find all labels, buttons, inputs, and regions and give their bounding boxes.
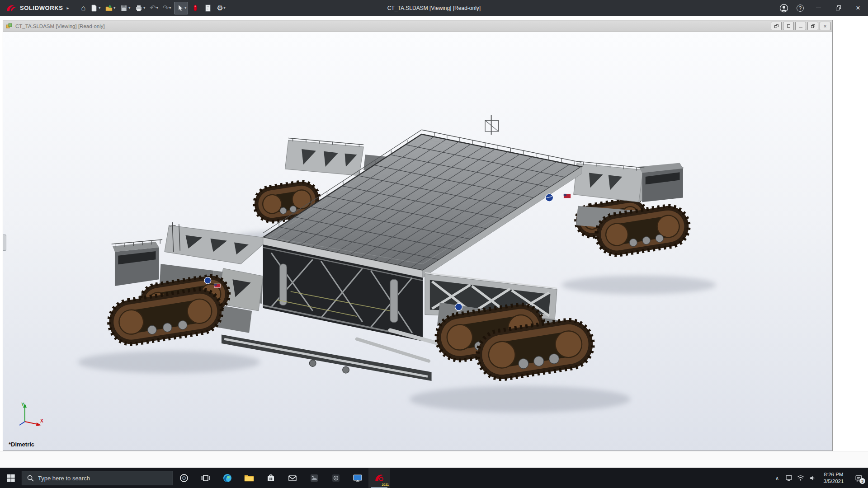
select-tool-button[interactable]: ▾ <box>174 2 188 14</box>
save-button[interactable]: ▾ <box>118 2 132 14</box>
crawler-3d-model <box>3 32 832 450</box>
search-icon <box>27 474 34 482</box>
dassault-logo-icon <box>5 4 17 13</box>
taskbar-search[interactable] <box>22 471 173 485</box>
open-button[interactable]: ▾ <box>104 2 117 14</box>
clock-date: 3/5/2021 <box>818 478 849 485</box>
doc-restore-button[interactable] <box>807 22 818 30</box>
action-center-button[interactable]: 3 <box>849 468 868 488</box>
file-properties-icon <box>204 4 212 12</box>
print-icon <box>135 4 143 12</box>
network-icon <box>785 474 793 482</box>
select-dropdown-arrow-icon: ▾ <box>184 6 186 10</box>
save-dropdown-arrow-icon: ▾ <box>128 6 130 10</box>
new-dropdown-arrow-icon: ▾ <box>99 6 100 10</box>
rebuild-icon <box>191 4 199 12</box>
display-app-button[interactable] <box>347 468 368 488</box>
undo-dropdown-arrow-icon: ▾ <box>156 6 158 10</box>
rebuild-button[interactable] <box>190 2 201 14</box>
restore-icon <box>836 5 841 10</box>
doc-tile-button[interactable] <box>783 22 794 30</box>
photos-button[interactable] <box>303 468 325 488</box>
axis-x-label: X <box>40 418 43 423</box>
doc-restore-icon <box>811 24 815 28</box>
notification-badge: 3 <box>859 478 865 484</box>
graphics-viewport[interactable]: Y X *Dimetric <box>3 32 832 450</box>
redo-dropdown-arrow-icon: ▾ <box>169 6 171 10</box>
edge-icon <box>222 473 233 483</box>
new-document-button[interactable]: ▾ <box>89 2 102 14</box>
close-button[interactable]: × <box>848 0 868 16</box>
mail-icon <box>287 473 298 483</box>
print-button[interactable]: ▾ <box>133 2 146 14</box>
mail-button[interactable] <box>282 468 303 488</box>
undo-button[interactable]: ↶▾ <box>148 2 159 14</box>
camera-icon <box>330 473 341 483</box>
status-bar <box>0 451 868 468</box>
doc-close-button[interactable]: × <box>820 22 830 30</box>
titlebar-controls: ? × <box>776 0 868 16</box>
open-dropdown-arrow-icon: ▾ <box>113 6 115 10</box>
options-button[interactable]: ⚙▾ <box>215 2 226 14</box>
store-button[interactable] <box>260 468 282 488</box>
minimize-button[interactable] <box>808 0 828 16</box>
new-document-icon <box>90 4 98 12</box>
volume-tray-button[interactable] <box>807 468 818 488</box>
options-dropdown-arrow-icon: ▾ <box>224 6 226 10</box>
brand-wordmark: SOLIDWORKS <box>20 5 63 11</box>
document-title: CT_TA.SLDASM [Viewing] [Read-only] <box>15 23 105 29</box>
close-icon: × <box>856 5 860 12</box>
cortana-icon <box>179 473 189 483</box>
orientation-triad: Y X <box>15 402 44 430</box>
quick-access-toolbar: ⌂ ▾ ▾ ▾ <box>80 2 227 14</box>
network-tray-button[interactable] <box>783 468 795 488</box>
assembly-document-icon <box>6 23 13 29</box>
cortana-button[interactable] <box>173 468 195 488</box>
panel-splitter-tab[interactable] <box>3 235 6 251</box>
edge-button[interactable] <box>217 468 238 488</box>
save-icon <box>120 4 128 12</box>
tray-expand-button[interactable]: ∧ <box>771 468 783 488</box>
wifi-icon <box>797 474 805 482</box>
task-view-icon <box>200 473 211 483</box>
redo-icon: ↷ <box>163 4 169 12</box>
help-icon: ? <box>797 5 804 12</box>
brand-flyout-arrow-icon: ▸ <box>67 5 69 10</box>
camera-button[interactable] <box>325 468 347 488</box>
document-window-controls: × <box>771 22 830 30</box>
task-view-button[interactable] <box>195 468 217 488</box>
help-button[interactable]: ? <box>792 0 808 16</box>
doc-cascade-button[interactable] <box>771 22 782 30</box>
file-explorer-button[interactable] <box>238 468 260 488</box>
open-folder-icon <box>105 4 113 12</box>
clock-time: 8:26 PM <box>818 471 849 478</box>
user-account-icon <box>779 4 788 13</box>
speaker-icon <box>808 474 816 482</box>
restore-button[interactable] <box>828 0 848 16</box>
photos-icon <box>309 473 320 483</box>
document-titlebar[interactable]: CT_TA.SLDASM [Viewing] [Read-only] × <box>3 20 832 32</box>
start-button[interactable] <box>0 468 22 488</box>
file-properties-button[interactable] <box>203 2 213 14</box>
search-input[interactable] <box>38 475 168 482</box>
gear-icon: ⚙ <box>217 4 223 12</box>
app-titlebar: SOLIDWORKS ▸ ⌂ ▾ ▾ <box>0 0 868 16</box>
solidworks-app: SOLIDWORKS ▸ ⌂ ▾ ▾ <box>0 0 868 488</box>
print-dropdown-arrow-icon: ▾ <box>143 6 145 10</box>
doc-minimize-button[interactable] <box>795 22 806 30</box>
minimize-icon <box>816 8 821 8</box>
view-orientation-label: *Dimetric <box>9 441 34 448</box>
wifi-tray-button[interactable] <box>795 468 807 488</box>
account-button[interactable] <box>776 0 792 16</box>
redo-button[interactable]: ↷▾ <box>161 2 172 14</box>
home-button[interactable]: ⌂ <box>80 2 87 14</box>
axis-y-label: Y <box>21 402 24 407</box>
taskbar-clock[interactable]: 8:26 PM 3/5/2021 <box>818 471 849 485</box>
windows-taskbar: 2021 ∧ <box>0 468 868 488</box>
solidworks-menu-button[interactable]: SOLIDWORKS ▸ <box>0 4 74 13</box>
tile-icon <box>787 24 790 28</box>
home-icon: ⌂ <box>81 4 86 12</box>
select-cursor-icon <box>176 4 184 12</box>
chevron-up-icon: ∧ <box>775 475 779 481</box>
solidworks-taskbar-button[interactable]: 2021 <box>368 468 390 488</box>
